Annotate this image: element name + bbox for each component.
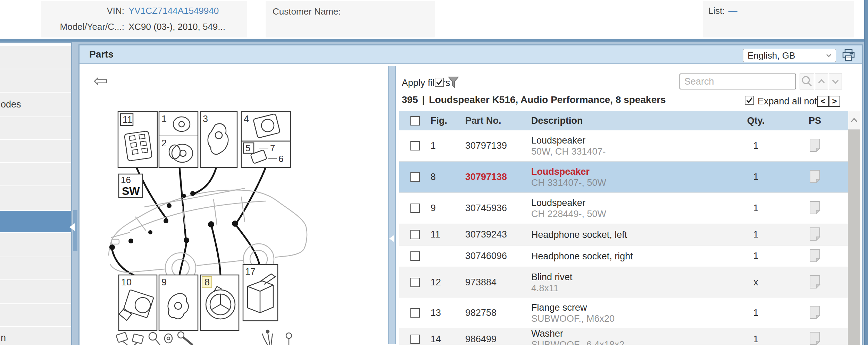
svg-text:3: 3 xyxy=(203,114,208,124)
sidebar-item[interactable] xyxy=(0,257,71,279)
header-divider xyxy=(0,39,868,42)
previous-group-button[interactable]: < xyxy=(817,96,829,107)
note-page-icon[interactable] xyxy=(809,201,821,216)
find-next-button[interactable] xyxy=(829,74,842,89)
note-page-icon[interactable] xyxy=(809,305,821,321)
select-all-checkbox[interactable] xyxy=(410,116,420,126)
callout-box-11[interactable]: 11 xyxy=(118,112,157,167)
filter-funnel-icon[interactable] xyxy=(448,76,459,89)
vin-value[interactable]: YV1CZ7144A1549940 xyxy=(128,6,219,16)
table-row[interactable]: 30746096 Headphone socket, right 1 xyxy=(399,245,848,267)
row-checkbox[interactable] xyxy=(410,204,420,213)
row-checkbox[interactable] xyxy=(410,278,420,287)
parts-diagram: ⇦ 11 xyxy=(78,66,389,345)
callout-box-10[interactable]: 10 xyxy=(119,275,157,330)
next-group-button[interactable]: > xyxy=(829,96,840,107)
sidebar-item[interactable] xyxy=(0,117,71,139)
callout-box-16-sw[interactable]: 16 SW xyxy=(119,174,142,198)
table-row[interactable]: 14 986499 WasherSUBWOOF., 6.4x18x2 1 xyxy=(399,328,848,345)
description-main: Headphone socket, right xyxy=(531,251,633,261)
note-page-icon[interactable] xyxy=(809,249,821,264)
scrollbar-up-button[interactable] xyxy=(848,111,860,130)
note-page-icon[interactable] xyxy=(809,170,821,185)
callout-box-1-2[interactable]: 1 2 xyxy=(159,112,198,167)
note-page-icon[interactable] xyxy=(809,227,821,242)
part-no-cell[interactable]: 986499 xyxy=(465,334,531,345)
part-no-cell[interactable]: 30746096 xyxy=(465,251,531,261)
section-number: 395 xyxy=(402,94,418,105)
language-select[interactable]: English, GB xyxy=(743,49,836,62)
back-arrow-icon[interactable]: ⇦ xyxy=(93,71,108,90)
callout-box-8[interactable]: 8 xyxy=(200,275,239,330)
callout-box-3[interactable]: 3 xyxy=(200,112,237,167)
row-checkbox[interactable] xyxy=(410,172,420,182)
part-no-cell[interactable]: 30739243 xyxy=(465,229,531,240)
part-no-cell[interactable]: 30745936 xyxy=(465,203,531,214)
row-checkbox[interactable] xyxy=(410,335,420,344)
sidebar-item[interactable] xyxy=(0,163,71,186)
checkmark-icon xyxy=(435,78,443,86)
chevron-down-icon xyxy=(825,53,832,58)
callout-box-5[interactable]: 5 7 6 xyxy=(241,141,291,167)
row-checkbox[interactable] xyxy=(410,230,420,239)
sidebar-item[interactable] xyxy=(0,280,71,303)
table-row-selected[interactable]: 8 30797138 LoudspeakerCH 331407-, 50W 1 xyxy=(399,162,848,193)
search-input[interactable] xyxy=(679,74,796,89)
table-scrollbar[interactable] xyxy=(848,111,860,345)
callout-box-9[interactable]: 9 xyxy=(159,275,198,330)
table-row[interactable]: 13 982758 Flange screwSUBWOOF., M6x20 1 xyxy=(399,298,848,328)
expand-all-notes-checkbox[interactable] xyxy=(745,96,754,105)
description-note: SUBWOOF., M6x20 xyxy=(531,313,730,324)
fig-cell: 11 xyxy=(431,229,465,240)
sidebar-item[interactable]: n xyxy=(0,327,71,345)
apply-filters-checkbox[interactable] xyxy=(435,78,444,87)
model-year-value: XC90 (03-), 2010, 549... xyxy=(128,21,225,32)
description-main: Headphone socket, left xyxy=(531,230,627,240)
note-page-icon[interactable] xyxy=(809,275,821,290)
description-cell: LoudspeakerCH 228449-, 50W xyxy=(531,197,730,219)
pane-splitter[interactable] xyxy=(388,66,396,344)
sidebar-item-selected[interactable] xyxy=(0,211,71,232)
row-checkbox[interactable] xyxy=(410,141,420,150)
table-row[interactable]: 1 30797139 Loudspeaker50W, CH 331407- 1 xyxy=(399,130,848,162)
vin-label: VIN: xyxy=(97,6,124,16)
callout-box-17[interactable]: 17 xyxy=(243,265,278,321)
print-button[interactable] xyxy=(841,48,856,63)
expand-all-notes-label: Expand all notes xyxy=(758,96,827,107)
search-button[interactable] xyxy=(800,74,814,89)
sidebar-item-codes[interactable]: odes xyxy=(0,93,71,117)
fig-cell: 13 xyxy=(431,308,465,318)
description-note: 50W, CH 331407- xyxy=(531,146,730,157)
row-checkbox[interactable] xyxy=(410,308,420,318)
part-no-cell[interactable]: 30797139 xyxy=(465,140,531,151)
note-page-icon[interactable] xyxy=(809,331,821,345)
part-no-cell[interactable]: 982758 xyxy=(465,308,531,318)
sidebar-item-label: n xyxy=(0,327,71,343)
sidebar-item[interactable] xyxy=(0,186,71,210)
fig-cell: 8 xyxy=(431,172,465,182)
table-row[interactable]: 12 973884 Blind rivet4.8x11 x xyxy=(399,267,848,298)
callout-box-4[interactable]: 4 xyxy=(241,112,291,141)
table-row[interactable]: 9 30745936 LoudspeakerCH 228449-, 50W 1 xyxy=(399,193,848,224)
sidebar-item[interactable] xyxy=(0,46,71,69)
qty-cell: 1 xyxy=(730,308,782,318)
sidebar-item[interactable] xyxy=(0,69,71,92)
row-checkbox[interactable] xyxy=(410,251,420,261)
sidebar-collapse-icon[interactable] xyxy=(69,223,75,231)
qty-cell: 1 xyxy=(730,229,782,240)
part-no-cell[interactable]: 973884 xyxy=(465,277,531,288)
sidebar-item[interactable] xyxy=(0,233,71,257)
note-page-icon[interactable] xyxy=(809,138,821,154)
description-note: SUBWOOF., 6.4x18x2 xyxy=(531,339,730,345)
sidebar-item[interactable] xyxy=(0,304,71,326)
part-no-cell[interactable]: 30797138 xyxy=(465,172,531,182)
table-header-row: Fig. Part No. Description Qty. PS xyxy=(399,111,848,130)
splitter-collapse-icon[interactable] xyxy=(389,235,394,242)
sidebar-item[interactable] xyxy=(0,140,71,162)
table-row[interactable]: 11 30739243 Headphone socket, left 1 xyxy=(399,224,848,245)
scrollbar-thumb[interactable] xyxy=(848,130,860,345)
description-note: 4.8x11 xyxy=(531,283,730,294)
column-header-fig: Fig. xyxy=(431,115,465,126)
svg-text:11: 11 xyxy=(123,114,132,125)
find-previous-button[interactable] xyxy=(815,74,828,89)
